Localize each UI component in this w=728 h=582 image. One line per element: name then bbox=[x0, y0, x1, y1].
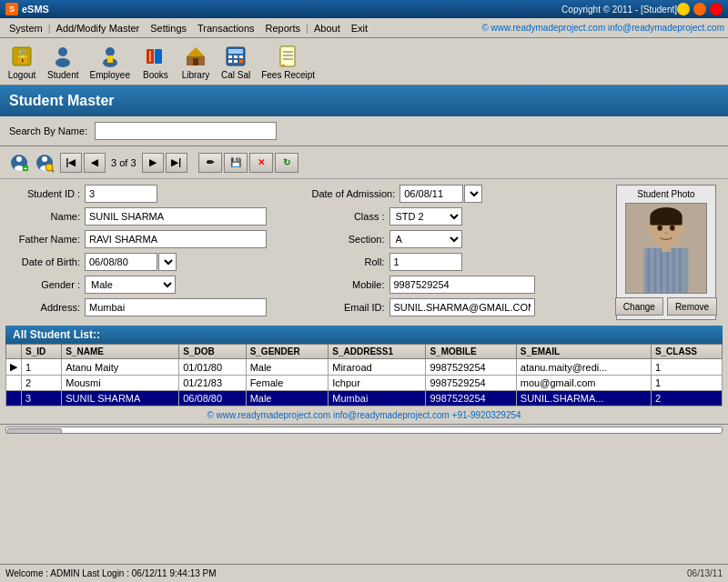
section-select[interactable]: A B bbox=[389, 230, 462, 248]
menu-exit[interactable]: Exit bbox=[346, 21, 373, 35]
menu-bar: System | Add/Modify Master Settings Tran… bbox=[0, 18, 728, 38]
student-id-input[interactable] bbox=[85, 185, 157, 203]
student-table: S_ID S_NAME S_DOB S_GENDER S_ADDRESS1 S_… bbox=[5, 344, 723, 406]
menu-reports[interactable]: Reports bbox=[260, 21, 307, 35]
svg-rect-20 bbox=[239, 60, 243, 63]
main-toolbar: 🔓 Logout Student Employee bbox=[0, 38, 728, 85]
mobile-row: Mobile: bbox=[312, 276, 608, 294]
remove-photo-btn[interactable]: Remove bbox=[667, 297, 717, 316]
cell-3: 01/01/80 bbox=[179, 359, 246, 376]
svg-point-34 bbox=[46, 164, 53, 171]
roll-input[interactable] bbox=[389, 253, 462, 271]
cell-3: 06/08/80 bbox=[179, 391, 246, 406]
col-name: S_NAME bbox=[62, 345, 179, 359]
edit-btn[interactable]: ✏ bbox=[198, 153, 222, 173]
svg-point-2 bbox=[58, 47, 67, 56]
dob-dropdown[interactable]: ▼ bbox=[158, 253, 177, 271]
prev-record-btn[interactable]: ◀ bbox=[84, 153, 106, 173]
search-record-icon[interactable] bbox=[35, 153, 55, 173]
student-label: Student bbox=[47, 70, 78, 80]
menu-system[interactable]: System bbox=[4, 21, 48, 35]
row-indicator bbox=[6, 391, 22, 406]
name-input[interactable] bbox=[85, 207, 267, 226]
svg-rect-41 bbox=[647, 248, 650, 293]
mobile-input[interactable] bbox=[389, 276, 535, 294]
cell-6: 9987529254 bbox=[426, 359, 516, 376]
calsal-icon bbox=[223, 44, 248, 69]
next-record-btn[interactable]: ▶ bbox=[142, 153, 164, 173]
name-row: Name: bbox=[7, 207, 303, 226]
email-label: Email ID: bbox=[312, 302, 389, 313]
address-input[interactable] bbox=[85, 298, 267, 316]
svg-point-28 bbox=[15, 166, 24, 171]
class-select[interactable]: STD 2 STD 1 STD 3 bbox=[389, 207, 462, 226]
menu-addmodify[interactable]: Add/Modify Master bbox=[51, 21, 146, 35]
doa-input[interactable] bbox=[399, 185, 463, 203]
svg-point-27 bbox=[16, 156, 22, 162]
search-input[interactable] bbox=[95, 122, 277, 140]
col-class: S_CLASS bbox=[651, 345, 722, 359]
feesreceipt-button[interactable]: Fees Receipt bbox=[258, 42, 318, 82]
close-btn[interactable] bbox=[710, 3, 723, 15]
employee-label: Employee bbox=[89, 70, 129, 80]
cell-3: 01/21/83 bbox=[179, 376, 246, 391]
cell-1: 1 bbox=[22, 359, 62, 376]
photo-label: Student Photo bbox=[637, 189, 694, 199]
library-button[interactable]: Library bbox=[177, 42, 214, 82]
svg-rect-46 bbox=[679, 248, 682, 293]
cell-6: 9987529254 bbox=[426, 391, 516, 406]
student-id-label: Student ID : bbox=[7, 188, 85, 199]
change-photo-btn[interactable]: Change bbox=[615, 297, 663, 316]
menu-transactions[interactable]: Transactions bbox=[192, 21, 260, 35]
father-name-input[interactable] bbox=[85, 230, 267, 248]
save-btn[interactable]: 💾 bbox=[224, 153, 248, 173]
table-row[interactable]: 2Mousmi01/21/83FemaleIchpur9987529254mou… bbox=[6, 376, 723, 391]
dob-input[interactable] bbox=[85, 253, 157, 271]
father-name-label: Father Name: bbox=[7, 234, 85, 245]
doa-dropdown[interactable]: ▼ bbox=[464, 185, 482, 203]
cell-7: atanu.maity@redi... bbox=[516, 359, 651, 376]
svg-rect-42 bbox=[653, 248, 656, 293]
books-button[interactable]: Books bbox=[137, 42, 174, 82]
table-row[interactable]: 3SUNIL SHARMA06/08/80MaleMumbai998752925… bbox=[6, 391, 723, 406]
minimize-btn[interactable] bbox=[677, 3, 690, 15]
svg-rect-16 bbox=[234, 55, 238, 58]
col-gender: S_GENDER bbox=[246, 345, 329, 359]
col-address: S_ADDRESS1 bbox=[329, 345, 426, 359]
maximize-btn[interactable] bbox=[693, 3, 706, 15]
menu-about[interactable]: About bbox=[308, 21, 346, 35]
table-row[interactable]: ▶1Atanu Maity01/01/80MaleMiraroad9987529… bbox=[6, 359, 723, 376]
status-text: Welcome : ADMIN Last Login : 06/12/11 9:… bbox=[5, 568, 217, 578]
address-label: Address: bbox=[7, 302, 85, 313]
employee-button[interactable]: Employee bbox=[86, 42, 133, 82]
svg-rect-8 bbox=[155, 49, 162, 64]
search-label: Search By Name: bbox=[9, 125, 87, 136]
table-header-row: S_ID S_NAME S_DOB S_GENDER S_ADDRESS1 S_… bbox=[6, 345, 723, 359]
delete-btn[interactable]: ✕ bbox=[249, 153, 273, 173]
photo-section: Student Photo bbox=[616, 185, 721, 320]
name-label: Name: bbox=[7, 211, 85, 222]
roll-row: Roll: bbox=[312, 253, 608, 271]
add-record-icon[interactable]: + bbox=[9, 153, 29, 173]
student-photo bbox=[625, 203, 707, 294]
roll-label: Roll: bbox=[312, 256, 389, 267]
svg-point-54 bbox=[680, 226, 685, 233]
gender-select[interactable]: Male Female bbox=[85, 276, 176, 294]
email-input[interactable] bbox=[389, 298, 535, 316]
first-record-btn[interactable]: |◀ bbox=[60, 153, 82, 173]
refresh-btn[interactable]: ↻ bbox=[275, 153, 298, 173]
student-id-row: Student ID : bbox=[7, 185, 303, 203]
calsal-button[interactable]: Cal Sal bbox=[217, 42, 254, 82]
last-record-btn[interactable]: ▶| bbox=[166, 153, 187, 173]
gender-label: Gender : bbox=[7, 279, 85, 290]
status-bar: Welcome : ADMIN Last Login : 06/12/11 9:… bbox=[0, 564, 728, 582]
svg-point-32 bbox=[42, 156, 47, 162]
gender-row: Gender : Male Female bbox=[7, 276, 303, 294]
mobile-label: Mobile: bbox=[312, 279, 389, 290]
logout-button[interactable]: 🔓 Logout bbox=[4, 42, 40, 82]
library-icon bbox=[183, 44, 208, 69]
col-sid: S_ID bbox=[22, 345, 62, 359]
student-button[interactable]: Student bbox=[44, 42, 82, 82]
menu-settings[interactable]: Settings bbox=[145, 21, 192, 35]
cell-5: Miraroad bbox=[329, 359, 426, 376]
